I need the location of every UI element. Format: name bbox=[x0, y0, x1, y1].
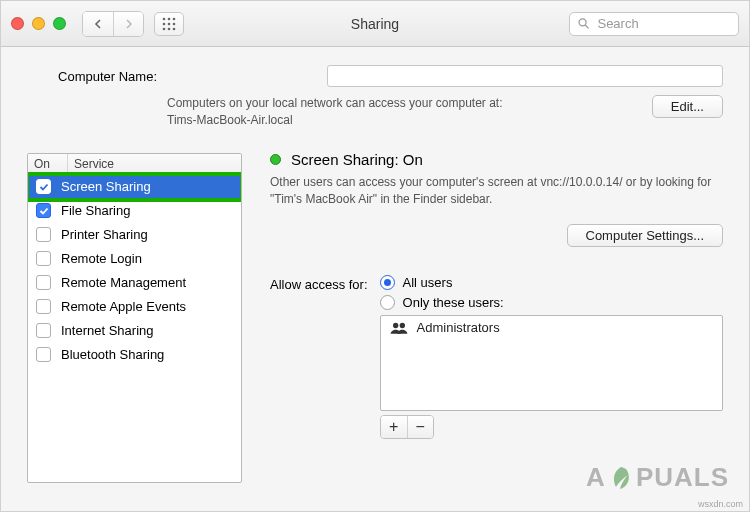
svg-point-1 bbox=[168, 17, 171, 20]
close-icon[interactable] bbox=[11, 17, 24, 30]
search-field[interactable] bbox=[569, 12, 739, 36]
user-list-label: Administrators bbox=[417, 320, 500, 335]
svg-point-12 bbox=[399, 323, 404, 328]
svg-point-11 bbox=[393, 323, 398, 328]
service-label: Remote Login bbox=[61, 251, 142, 266]
svg-point-4 bbox=[168, 22, 171, 25]
service-checkbox[interactable] bbox=[36, 299, 51, 314]
radio-only-users-label: Only these users: bbox=[403, 295, 504, 310]
svg-point-9 bbox=[579, 19, 586, 26]
service-row[interactable]: Remote Login bbox=[28, 247, 241, 271]
computer-name-row: Computer Name: bbox=[27, 65, 723, 87]
show-all-button[interactable] bbox=[154, 12, 184, 36]
svg-point-5 bbox=[173, 22, 176, 25]
add-remove-group: + − bbox=[380, 415, 434, 439]
list-item[interactable]: Administrators bbox=[389, 320, 714, 335]
service-row[interactable]: Bluetooth Sharing bbox=[28, 343, 241, 367]
computer-settings-button[interactable]: Computer Settings... bbox=[567, 224, 724, 247]
computer-name-field[interactable] bbox=[327, 65, 723, 87]
minimize-icon[interactable] bbox=[32, 17, 45, 30]
back-button[interactable] bbox=[83, 12, 113, 36]
local-access-text: Computers on your local network can acce… bbox=[167, 95, 502, 112]
service-checkbox[interactable] bbox=[36, 275, 51, 290]
status-row: Screen Sharing: On bbox=[270, 151, 723, 168]
service-checkbox[interactable] bbox=[36, 203, 51, 218]
service-list: On Service Screen SharingFile SharingPri… bbox=[27, 153, 242, 483]
search-icon bbox=[578, 17, 589, 30]
radio-all-users[interactable] bbox=[380, 275, 395, 290]
service-row[interactable]: Remote Management bbox=[28, 271, 241, 295]
svg-point-8 bbox=[173, 27, 176, 30]
radio-only-users-row[interactable]: Only these users: bbox=[380, 295, 723, 310]
nav-back-forward bbox=[82, 11, 144, 37]
service-row[interactable]: File Sharing bbox=[28, 199, 241, 223]
status-indicator-icon bbox=[270, 154, 281, 165]
service-checkbox[interactable] bbox=[36, 347, 51, 362]
svg-point-6 bbox=[163, 27, 166, 30]
col-header-service[interactable]: Service bbox=[68, 154, 241, 174]
preferences-window: Sharing Computer Name: Computers on your… bbox=[0, 0, 750, 512]
radio-all-users-row[interactable]: All users bbox=[380, 275, 723, 290]
service-checkbox[interactable] bbox=[36, 251, 51, 266]
edit-hostname-button[interactable]: Edit... bbox=[652, 95, 723, 118]
search-input[interactable] bbox=[595, 15, 730, 32]
traffic-lights bbox=[11, 17, 66, 30]
svg-point-7 bbox=[168, 27, 171, 30]
credit-text: wsxdn.com bbox=[698, 499, 743, 509]
svg-point-3 bbox=[163, 22, 166, 25]
group-icon bbox=[389, 321, 409, 335]
zoom-icon[interactable] bbox=[53, 17, 66, 30]
svg-point-0 bbox=[163, 17, 166, 20]
service-label: Remote Management bbox=[61, 275, 186, 290]
service-label: File Sharing bbox=[61, 203, 130, 218]
allowed-users-list[interactable]: Administrators bbox=[380, 315, 723, 411]
content-area: Computer Name: Computers on your local n… bbox=[1, 47, 749, 511]
service-row[interactable]: Internet Sharing bbox=[28, 319, 241, 343]
service-checkbox[interactable] bbox=[36, 227, 51, 242]
remove-user-button[interactable]: − bbox=[407, 416, 433, 438]
service-row[interactable]: Screen Sharing bbox=[28, 175, 241, 199]
computer-name-subtext: Computers on your local network can acce… bbox=[167, 95, 723, 129]
col-header-on[interactable]: On bbox=[28, 154, 68, 174]
service-label: Screen Sharing bbox=[61, 179, 151, 194]
local-hostname: Tims-MacBook-Air.local bbox=[167, 112, 502, 129]
service-label: Printer Sharing bbox=[61, 227, 148, 242]
add-user-button[interactable]: + bbox=[381, 416, 407, 438]
radio-all-users-label: All users bbox=[403, 275, 453, 290]
svg-line-10 bbox=[585, 25, 588, 28]
forward-button[interactable] bbox=[113, 12, 143, 36]
radio-only-users[interactable] bbox=[380, 295, 395, 310]
service-list-header: On Service bbox=[28, 154, 241, 175]
service-row[interactable]: Printer Sharing bbox=[28, 223, 241, 247]
status-title: Screen Sharing: On bbox=[291, 151, 423, 168]
svg-point-2 bbox=[173, 17, 176, 20]
service-detail: Screen Sharing: On Other users can acces… bbox=[270, 153, 723, 483]
service-label: Internet Sharing bbox=[61, 323, 154, 338]
service-label: Remote Apple Events bbox=[61, 299, 186, 314]
computer-name-label: Computer Name: bbox=[27, 69, 157, 84]
service-checkbox[interactable] bbox=[36, 323, 51, 338]
service-checkbox[interactable] bbox=[36, 179, 51, 194]
allow-access-block: Allow access for: All users Only these u… bbox=[270, 275, 723, 439]
status-description: Other users can access your computer's s… bbox=[270, 174, 723, 209]
titlebar: Sharing bbox=[1, 1, 749, 47]
service-row[interactable]: Remote Apple Events bbox=[28, 295, 241, 319]
service-label: Bluetooth Sharing bbox=[61, 347, 164, 362]
allow-access-label: Allow access for: bbox=[270, 277, 368, 439]
